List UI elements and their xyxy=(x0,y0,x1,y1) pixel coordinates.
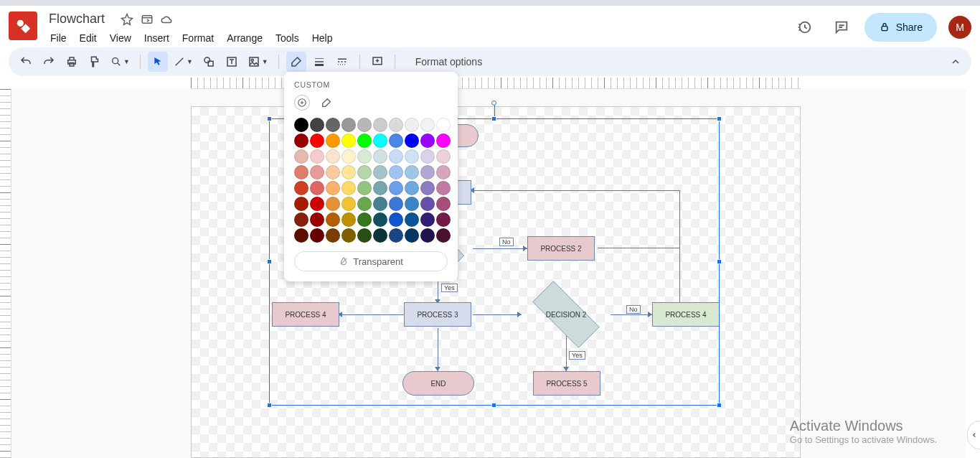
color-swatch[interactable] xyxy=(341,118,356,132)
color-swatch[interactable] xyxy=(310,197,324,211)
color-swatch[interactable] xyxy=(357,228,372,243)
color-swatch[interactable] xyxy=(373,228,387,243)
color-swatch[interactable] xyxy=(405,228,419,243)
shape-tool[interactable] xyxy=(199,52,219,72)
color-swatch[interactable] xyxy=(326,165,340,179)
border-color-button[interactable] xyxy=(286,52,306,72)
color-swatch[interactable] xyxy=(436,134,451,148)
transparent-button[interactable]: Transparent xyxy=(294,251,448,271)
cloud-status-icon[interactable] xyxy=(160,13,173,26)
color-swatch[interactable] xyxy=(294,228,308,243)
label-yes-1[interactable]: Yes xyxy=(441,284,458,292)
insert-comment-button[interactable] xyxy=(367,52,387,72)
color-swatch[interactable] xyxy=(373,118,387,132)
collapse-toolbar-button[interactable] xyxy=(946,52,966,72)
color-swatch[interactable] xyxy=(373,197,387,211)
vertical-ruler[interactable] xyxy=(0,89,11,458)
border-dash-button[interactable] xyxy=(332,52,352,72)
move-icon[interactable] xyxy=(141,13,154,26)
color-swatch[interactable] xyxy=(326,149,340,164)
label-no-2[interactable]: No xyxy=(626,305,641,314)
color-swatch[interactable] xyxy=(420,149,435,164)
color-swatch[interactable] xyxy=(389,228,403,243)
menu-insert[interactable]: Insert xyxy=(138,29,175,47)
color-swatch[interactable] xyxy=(389,165,403,179)
color-swatch[interactable] xyxy=(420,181,435,195)
color-swatch[interactable] xyxy=(420,165,435,179)
color-swatch[interactable] xyxy=(310,165,324,179)
color-swatch[interactable] xyxy=(326,134,340,148)
color-swatch[interactable] xyxy=(405,134,419,148)
select-tool[interactable] xyxy=(148,52,168,72)
color-swatch[interactable] xyxy=(310,212,324,227)
color-swatch[interactable] xyxy=(436,165,451,179)
color-swatch[interactable] xyxy=(310,134,324,148)
color-swatch[interactable] xyxy=(405,149,419,164)
color-swatch[interactable] xyxy=(420,197,435,211)
version-history-icon[interactable] xyxy=(790,13,819,42)
color-swatch[interactable] xyxy=(389,181,403,195)
color-swatch[interactable] xyxy=(405,212,419,227)
color-swatch[interactable] xyxy=(405,181,419,195)
document-title[interactable]: Flowchart xyxy=(44,10,109,28)
color-swatch[interactable] xyxy=(326,212,340,227)
color-swatch[interactable] xyxy=(341,181,356,195)
zoom-button[interactable]: ▼ xyxy=(108,52,133,72)
color-swatch[interactable] xyxy=(357,181,372,195)
color-swatch[interactable] xyxy=(373,212,387,227)
format-options-button[interactable]: Format options xyxy=(410,53,488,70)
menu-format[interactable]: Format xyxy=(176,29,220,47)
color-swatch[interactable] xyxy=(436,118,451,132)
redo-button[interactable] xyxy=(39,52,59,72)
color-swatch[interactable] xyxy=(357,212,372,227)
color-swatch[interactable] xyxy=(310,228,324,243)
color-swatch[interactable] xyxy=(341,165,356,179)
color-swatch[interactable] xyxy=(326,197,340,211)
print-button[interactable] xyxy=(62,52,82,72)
color-swatch[interactable] xyxy=(357,149,372,164)
color-swatch[interactable] xyxy=(294,197,308,211)
color-swatch[interactable] xyxy=(389,118,403,132)
image-tool[interactable]: ▼ xyxy=(245,52,271,72)
color-swatch[interactable] xyxy=(373,165,387,179)
color-swatch[interactable] xyxy=(294,149,308,164)
shape-process-2[interactable]: PROCESS 2 xyxy=(527,236,595,261)
color-swatch[interactable] xyxy=(420,118,435,132)
color-swatch[interactable] xyxy=(436,197,451,211)
color-swatch[interactable] xyxy=(389,197,403,211)
color-swatch[interactable] xyxy=(373,134,387,148)
share-button[interactable]: Share xyxy=(864,13,937,42)
color-swatch[interactable] xyxy=(310,118,324,132)
eyedropper-button[interactable] xyxy=(319,95,334,111)
color-swatch[interactable] xyxy=(357,165,372,179)
color-swatch[interactable] xyxy=(341,197,356,211)
color-swatch[interactable] xyxy=(357,118,372,132)
menu-edit[interactable]: Edit xyxy=(74,29,103,47)
label-yes-2[interactable]: Yes xyxy=(569,351,585,360)
color-swatch[interactable] xyxy=(341,149,356,164)
label-no-1[interactable]: No xyxy=(499,238,514,246)
border-weight-button[interactable] xyxy=(309,52,329,72)
color-swatch[interactable] xyxy=(389,134,403,148)
color-swatch[interactable] xyxy=(294,165,308,179)
horizontal-ruler[interactable] xyxy=(11,78,966,89)
color-swatch[interactable] xyxy=(341,212,356,227)
color-swatch[interactable] xyxy=(436,181,451,195)
comments-icon[interactable] xyxy=(827,13,856,42)
color-swatch[interactable] xyxy=(420,212,435,227)
menu-view[interactable]: View xyxy=(104,29,137,47)
menu-tools[interactable]: Tools xyxy=(270,29,305,47)
shape-decision-2[interactable]: DECISION 2 xyxy=(520,294,612,335)
color-swatch[interactable] xyxy=(294,118,308,132)
undo-button[interactable] xyxy=(16,52,36,72)
color-swatch[interactable] xyxy=(310,181,324,195)
color-swatch[interactable] xyxy=(341,134,356,148)
color-swatch[interactable] xyxy=(420,228,435,243)
color-swatch[interactable] xyxy=(405,165,419,179)
color-swatch[interactable] xyxy=(294,181,308,195)
menu-file[interactable]: File xyxy=(44,29,72,47)
add-custom-color-button[interactable] xyxy=(294,95,310,111)
menu-help[interactable]: Help xyxy=(306,29,339,47)
shape-process-3[interactable]: PROCESS 3 xyxy=(404,302,471,327)
color-swatch[interactable] xyxy=(357,134,372,148)
